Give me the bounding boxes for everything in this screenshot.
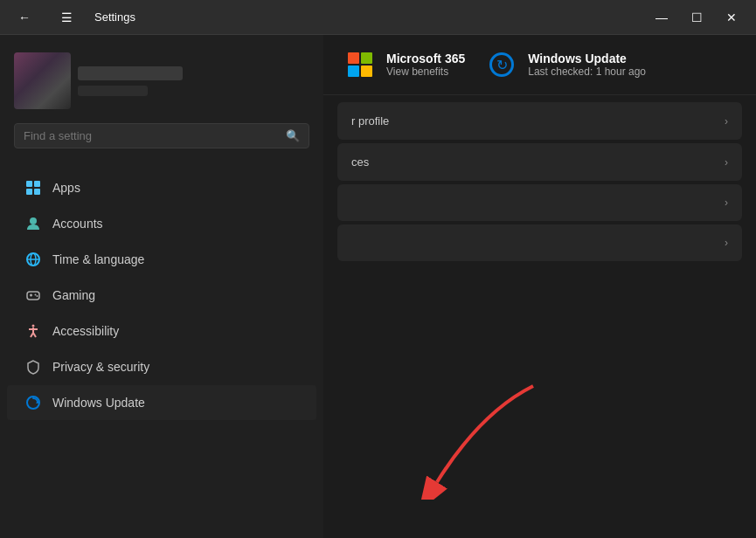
sidebar: 🔍 Apps	[0, 35, 323, 538]
chevron-icon-4: ›	[725, 237, 728, 249]
windows-update-icon	[24, 394, 42, 411]
settings-item-profile[interactable]: r profile ›	[337, 102, 742, 140]
ms365-sub: View benefits	[386, 66, 465, 78]
svg-rect-3	[34, 189, 40, 195]
windows-update-promo[interactable]: Windows Update Last checked: 1 hour ago	[486, 49, 646, 80]
sidebar-item-privacy-security[interactable]: Privacy & security	[7, 349, 316, 384]
chevron-icon-3: ›	[725, 197, 728, 209]
sidebar-item-accessibility[interactable]: Accessibility	[7, 314, 316, 348]
svg-point-4	[30, 217, 37, 224]
chevron-icon-1: ›	[725, 115, 728, 128]
accounts-icon	[24, 215, 42, 232]
time-language-icon	[24, 251, 42, 268]
settings-item-3[interactable]: ›	[337, 184, 742, 221]
wu-title: Windows Update	[528, 52, 646, 66]
gaming-icon	[24, 286, 42, 304]
svg-point-13	[32, 325, 35, 328]
hamburger-button[interactable]: ☰	[52, 5, 80, 30]
sidebar-item-apps-label: Apps	[52, 181, 80, 195]
sidebar-item-accessibility-label: Accessibility	[52, 324, 119, 338]
sidebar-item-windows-update-label: Windows Update	[52, 396, 145, 410]
titlebar-title: Settings	[94, 10, 135, 24]
settings-item-ces-text: ces	[351, 155, 369, 169]
sidebar-item-time-language[interactable]: Time & language	[7, 242, 316, 277]
svg-rect-2	[26, 189, 32, 195]
svg-rect-1	[34, 181, 40, 187]
ms365-title: Microsoft 365	[386, 52, 465, 66]
chevron-icon-2: ›	[725, 156, 728, 169]
svg-line-17	[33, 333, 36, 337]
accessibility-icon	[24, 322, 42, 340]
sidebar-item-windows-update[interactable]: Windows Update	[7, 385, 316, 420]
search-input[interactable]	[24, 129, 279, 142]
ms365-icon	[344, 49, 376, 80]
search-box[interactable]: 🔍	[14, 123, 309, 148]
avatar-text-area	[78, 52, 183, 109]
sidebar-item-apps[interactable]: Apps	[7, 170, 316, 205]
maximize-button[interactable]: ☐	[683, 5, 711, 30]
sidebar-item-accounts[interactable]: Accounts	[7, 206, 316, 241]
promo-bar: Microsoft 365 View benefits Windows Upda…	[323, 35, 756, 95]
content-area: Microsoft 365 View benefits Windows Upda…	[323, 35, 756, 538]
wu-text: Windows Update Last checked: 1 hour ago	[528, 52, 646, 78]
apps-icon	[24, 179, 42, 197]
svg-point-12	[37, 295, 38, 297]
avatar	[14, 52, 71, 109]
sidebar-item-gaming-label: Gaming	[52, 288, 95, 302]
avatar-name-placeholder	[78, 66, 183, 80]
svg-rect-0	[26, 181, 32, 187]
ms365-promo[interactable]: Microsoft 365 View benefits	[344, 49, 465, 80]
minimize-button[interactable]: —	[648, 5, 676, 30]
sidebar-top: 🔍	[0, 45, 323, 162]
sidebar-item-privacy-label: Privacy & security	[52, 360, 149, 374]
settings-item-ces[interactable]: ces ›	[337, 143, 742, 181]
ms365-text: Microsoft 365 View benefits	[386, 52, 465, 78]
titlebar: ← ☰ Settings — ☐ ✕	[0, 0, 756, 35]
titlebar-controls: — ☐ ✕	[648, 5, 746, 30]
user-avatar-area	[14, 52, 309, 109]
sidebar-item-gaming[interactable]: Gaming	[7, 278, 316, 313]
settings-list: r profile › ces › › ›	[323, 95, 756, 538]
svg-point-11	[35, 294, 37, 296]
main-layout: 🔍 Apps	[0, 35, 756, 538]
close-button[interactable]: ✕	[718, 5, 746, 30]
wu-promo-icon	[486, 49, 517, 80]
sidebar-item-time-label: Time & language	[52, 252, 144, 266]
sidebar-item-accounts-label: Accounts	[52, 217, 103, 231]
back-button[interactable]: ←	[10, 5, 38, 30]
settings-item-4[interactable]: ›	[337, 224, 742, 261]
search-icon: 🔍	[286, 129, 300, 142]
wu-icon	[489, 52, 514, 77]
avatar-sub-placeholder	[78, 86, 148, 96]
privacy-security-icon	[24, 358, 42, 376]
settings-item-profile-text: r profile	[351, 114, 389, 128]
titlebar-left: ← ☰ Settings	[10, 5, 135, 30]
wu-sub: Last checked: 1 hour ago	[528, 66, 646, 78]
nav-list: Apps Accounts	[0, 162, 323, 528]
